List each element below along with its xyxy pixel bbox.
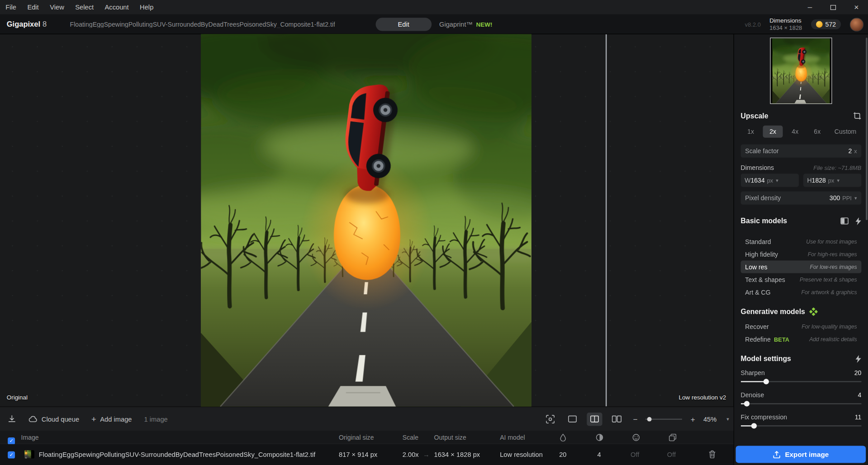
zoom-menu-chevron-icon[interactable]: ▾ — [726, 416, 729, 422]
width-dropdown-icon[interactable]: ▾ — [776, 178, 778, 183]
model-row-text-shapes[interactable]: Text & shapes Preserve text & shapes — [741, 273, 862, 286]
menu-file[interactable]: File — [0, 0, 22, 14]
sharpen-slider[interactable] — [741, 378, 862, 385]
model-name: Standard — [745, 238, 771, 245]
avatar[interactable] — [850, 18, 864, 32]
scale-2x-button[interactable]: 2x — [763, 126, 783, 138]
fix-compression-slider-thumb[interactable] — [751, 423, 757, 428]
side-by-side-view-button[interactable] — [609, 412, 625, 425]
row-checkbox[interactable]: ✓ — [8, 451, 15, 459]
maximize-button[interactable] — [821, 0, 844, 14]
app-logo: Gigapixel8 — [7, 20, 47, 28]
denoise-slider[interactable] — [741, 400, 862, 407]
credits-badge[interactable]: 572 — [811, 19, 841, 29]
tab-gigaprint[interactable]: Gigaprint™ — [439, 20, 473, 28]
scale-factor-field[interactable]: Scale factor 2 x — [741, 144, 862, 157]
focus-view-button[interactable] — [543, 412, 558, 425]
upscale-title: Upscale — [741, 112, 768, 120]
select-all-checkbox[interactable]: ✓ — [8, 437, 15, 444]
canvas[interactable]: Original Low resolution v2 — [0, 34, 734, 407]
export-button-label: Export image — [785, 451, 829, 458]
scale-custom-button[interactable]: Custom — [830, 126, 862, 138]
col-image: Image — [21, 431, 39, 444]
row-thumbnail — [24, 450, 34, 458]
delete-image-button[interactable] — [709, 450, 716, 458]
row-gamma: Off — [667, 444, 676, 465]
model-name: Recover — [745, 323, 768, 330]
file-table-header: ✓ Image Original size Scale Output size … — [0, 431, 734, 444]
height-field[interactable]: H 1828 px ▾ — [803, 174, 862, 187]
crop-icon[interactable] — [853, 112, 861, 120]
app-version-number: 8 — [43, 20, 47, 28]
lightning-icon[interactable] — [855, 217, 861, 225]
scale-6x-button[interactable]: 6x — [807, 126, 827, 138]
credits-count: 572 — [825, 21, 836, 28]
height-value: 1828 — [812, 177, 826, 184]
file-table-row[interactable]: ✓ FloatingEggSpewingPollutingSUV-Surroun… — [0, 444, 734, 465]
model-row-art-cg[interactable]: Art & CG For artwork & graphics — [741, 286, 862, 299]
dimensions-label: Dimensions — [769, 17, 802, 24]
gamma-column-icon — [669, 434, 676, 442]
pixel-density-unit: PPI — [842, 195, 852, 202]
width-value: 1634 — [750, 177, 764, 184]
model-row-redefine[interactable]: RedefineBETA Add realistic details — [741, 333, 862, 346]
app-window: File Edit View Select Account Help ─ ✕ G… — [0, 0, 868, 465]
cloud-queue-button[interactable]: Cloud queue — [28, 415, 79, 423]
image-dimensions: Dimensions 1634 × 1828 — [769, 17, 802, 32]
model-row-recover[interactable]: Recover For low-quality images — [741, 320, 862, 333]
scale-4x-button[interactable]: 4x — [785, 126, 805, 138]
pixel-density-field[interactable]: Pixel density 300 PPI ▾ — [741, 191, 862, 204]
zoom-slider-thumb[interactable] — [647, 417, 652, 421]
close-button[interactable]: ✕ — [845, 0, 868, 14]
split-view-button[interactable] — [587, 412, 602, 425]
zoom-slider[interactable] — [646, 416, 683, 422]
menu-account[interactable]: Account — [99, 0, 134, 14]
tab-edit[interactable]: Edit — [376, 18, 432, 31]
maximize-icon — [830, 5, 836, 9]
zoom-level[interactable]: 45% — [703, 415, 720, 423]
split-divider[interactable] — [606, 34, 607, 407]
model-row-standard[interactable]: Standard Use for most images — [741, 235, 862, 248]
zoom-out-button[interactable]: − — [631, 414, 639, 423]
panel-scrollbar[interactable] — [866, 38, 868, 220]
width-unit: px — [767, 177, 773, 184]
fix-compression-slider[interactable] — [741, 423, 862, 429]
scale-factor-value: 2 — [848, 148, 852, 155]
compare-icon[interactable] — [840, 217, 849, 225]
denoise-slider-thumb[interactable] — [744, 401, 749, 406]
generative-models-title: Generative models — [741, 307, 805, 315]
menu-view[interactable]: View — [44, 0, 70, 14]
zoom-in-button[interactable]: + — [689, 414, 697, 423]
menu-edit[interactable]: Edit — [22, 0, 44, 14]
settings-panel: Upscale 1x 2x 4x 6x Custom Scale factor … — [734, 34, 868, 465]
pixel-density-dropdown-icon[interactable]: ▾ — [854, 195, 857, 201]
row-scale-arrow: → — [423, 444, 430, 465]
sharpen-slider-thumb[interactable] — [763, 379, 768, 384]
pixel-density-value: 300 — [830, 195, 840, 202]
single-view-button[interactable] — [565, 412, 580, 425]
height-dropdown-icon[interactable]: ▾ — [837, 178, 840, 183]
model-row-high-fidelity[interactable]: High fidelity For high-res images — [741, 248, 862, 260]
model-desc: For low-res images — [810, 264, 857, 270]
basic-models-list: Standard Use for most images High fideli… — [741, 235, 862, 299]
menu-help[interactable]: Help — [134, 0, 159, 14]
width-label: W — [745, 177, 750, 184]
auto-settings-lightning-icon[interactable] — [855, 355, 861, 362]
row-ai-model: Low resolution — [500, 444, 543, 465]
model-row-low-res[interactable]: Low res For low-res images — [741, 260, 862, 273]
width-field[interactable]: W 1634 px ▾ — [741, 174, 799, 187]
plus-icon: + — [91, 414, 96, 424]
denoise-control: Denoise 4 — [741, 392, 862, 407]
open-filename: FloatingEggSpewingPollutingSUV-Surrounde… — [70, 21, 335, 28]
pixel-density-label: Pixel density — [745, 195, 781, 202]
scale-1x-button[interactable]: 1x — [741, 126, 761, 138]
download-queue-icon[interactable] — [8, 415, 16, 423]
side-by-side-icon — [612, 415, 622, 423]
scale-factor-label: Scale factor — [745, 148, 778, 155]
navigation-thumbnail[interactable] — [770, 38, 832, 104]
add-image-button[interactable]: + Add image — [91, 414, 132, 424]
export-image-button[interactable]: Export image — [736, 446, 866, 463]
minimize-button[interactable]: ─ — [798, 0, 821, 14]
menu-select[interactable]: Select — [70, 0, 99, 14]
denoise-value: 4 — [858, 392, 862, 399]
